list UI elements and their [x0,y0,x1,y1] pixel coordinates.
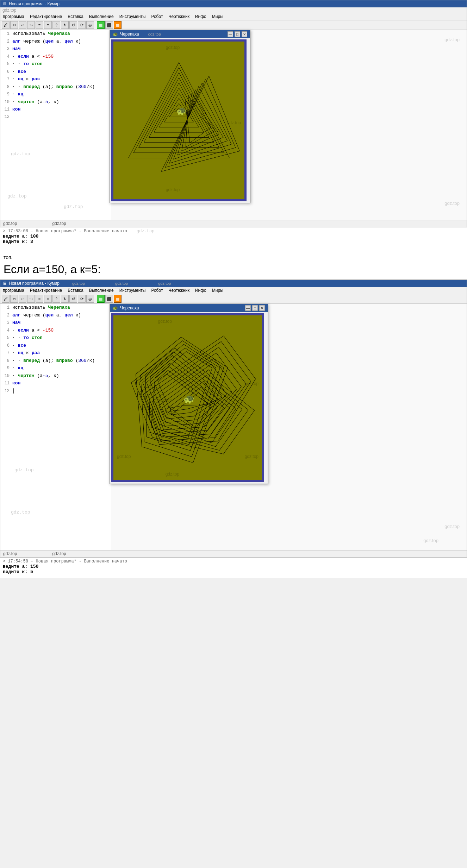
menu-edit-1[interactable]: Редактирование [29,14,63,19]
console-line-1: > 17:53:08 - Новая программа* - Выполнен… [3,229,464,234]
code-line-5: 5 · · то стоп [0,60,111,68]
toolbar-redo-1[interactable]: ↪ [27,21,35,29]
toolbar-b7[interactable]: ◎ [86,21,94,29]
svg-marker-41 [122,339,241,458]
toolbar-b72[interactable]: ◎ [86,295,94,303]
menu-robot-2[interactable]: Робот [150,288,164,293]
toolbar-cut-2[interactable]: ✂ [10,295,18,303]
code-line-1: 1 использовать Черепаха [0,30,111,38]
toolbar-b32[interactable]: ⇧ [52,295,60,303]
toolbar-new-2[interactable]: 🖊 [2,295,10,303]
svg-text:🐢: 🐢 [176,106,187,116]
menu-worlds-2[interactable]: Миры [211,288,224,293]
ide-titlebar-2: 🖥 Новая программа - Кумир gdz.top gdz.to… [0,280,467,287]
ide-menubar-1[interactable]: программа Редактирование Вставка Выполне… [0,13,467,20]
turtle-canvas-2: 🐢 gdz.top gdz.top gdz.top gdz.top gdz.to… [111,313,264,482]
svg-text:🐢: 🐢 [183,394,195,404]
toolbar-new-1[interactable]: 🖊 [2,21,10,29]
svg-marker-17 [185,100,211,143]
toolbar-b12[interactable]: ≡ [36,295,43,303]
toolbar-undo-2[interactable]: ↩ [19,295,26,303]
code-line-4: 4 · если а < -150 [0,53,111,61]
menu-programa-1[interactable]: программа [2,14,25,19]
win-close-1[interactable]: ✕ [242,31,247,37]
console-line-2-1: > 17:54:58 - Новая программа* - Выполнен… [3,559,464,564]
menu-worlds-1[interactable]: Миры [211,14,224,19]
menu-edit-2[interactable]: Редактирование [29,288,63,293]
toolbar-b2[interactable]: ≡ [44,21,52,29]
toolbar-run-2[interactable]: ▦ [97,295,105,303]
menu-run-1[interactable]: Выполнение [88,14,115,19]
code-line-2-4: 4 · если а < -150 [0,327,111,334]
win-minimize-1[interactable]: — [228,31,233,37]
win-maximize-1[interactable]: □ [235,31,240,37]
ide-window-1: 🖥 Новая программа - Кумир gdz.top програ… [0,0,467,227]
code-line-2-5: 5 · · то стоп [0,334,111,342]
menu-insert-1[interactable]: Вставка [67,14,85,19]
toolbar-b22[interactable]: ≡ [44,295,52,303]
svg-marker-30 [120,329,262,480]
toolbar-debug-1[interactable]: ▦ [114,21,122,29]
menu-info-1[interactable]: Инфо [194,14,207,19]
toolbar-b42[interactable]: ↻ [61,295,69,303]
code-line-8: 8 · · вперед (а); вправо (360/к) gdz.top [0,83,111,91]
toolbar-b5[interactable]: ↺ [69,21,77,29]
toolbar-b4[interactable]: ↻ [61,21,69,29]
menu-chart-2[interactable]: Чертежник [167,288,191,293]
code-line-2-9: 9 · кц [0,364,111,372]
toolbar-b1[interactable]: ≡ [36,21,43,29]
menu-info-2[interactable]: Инфо [194,288,207,293]
menu-tools-1[interactable]: Инструменты [118,14,147,19]
ide-window-2: 🖥 Новая программа - Кумир gdz.top gdz.to… [0,279,467,557]
toolbar-undo-1[interactable]: ↩ [19,21,26,29]
toolbar-debug-2[interactable]: ▦ [114,295,122,303]
wm-code-3: gdz.top [64,204,83,209]
win-maximize-2[interactable]: □ [252,305,258,311]
turtle-window-2: 🐢 Черепаха — □ ✕ [110,304,268,484]
code-line-2: 2 алг чертеж (цел а, цел к) [0,38,111,45]
code-line-2-12: 12 │ [0,387,111,395]
ide-body-1: 1 использовать Черепаха 2 алг чертеж (це… [0,30,467,220]
menu-robot-1[interactable]: Робот [150,14,164,19]
code-line-2-2: 2 алг чертеж (цел а, цел к) [0,312,111,319]
toolbar-b3[interactable]: ⇧ [52,21,60,29]
menu-chart-1[interactable]: Чертежник [167,14,191,19]
console-1: > 17:53:08 - Новая программа* - Выполнен… [0,227,467,248]
ide-menubar-2[interactable]: программа Редактирование Вставка Выполне… [0,287,467,294]
code-panel-2: 1 использовать Черепаха 2 алг чертеж (це… [0,304,111,550]
console-line-2-2: ведите а: 150 [3,564,464,569]
toolbar-redo-2[interactable]: ↪ [27,295,35,303]
code-line-2-8: 8 · · вперед (а); вправо (360/к) gdz.top [0,357,111,365]
toolbar-cut-1[interactable]: ✂ [10,21,18,29]
ide-titlebar-1: 🖥 Новая программа - Кумир [0,0,467,7]
menu-insert-2[interactable]: Вставка [67,288,85,293]
section-label-1: топ. [0,252,467,262]
wm-code-1: gdz.top [7,194,27,199]
win-close-2[interactable]: ✕ [259,305,265,311]
ide-title-icon-2: 🖥 [2,281,7,286]
menu-run-2[interactable]: Выполнение [88,288,115,293]
turtle-title-2: Черепаха [120,306,139,310]
toolbar-stop-1[interactable]: ⬛ [105,21,113,29]
win-minimize-2[interactable]: — [245,305,251,311]
menu-programa-2[interactable]: программа [2,288,25,293]
toolbar-b6[interactable]: ⟳ [78,21,86,29]
ide-title-text-2: Новая программа - Кумир [9,281,60,286]
console-2: > 17:54:58 - Новая программа* - Выполнен… [0,557,467,578]
page: 🖥 Новая программа - Кумир gdz.top програ… [0,0,467,578]
ide-title-icon-1: 🖥 [2,1,7,6]
svg-marker-13 [174,86,228,159]
code-line-10: 10 · чертеж (а-5, к) [0,98,111,106]
turtle-canvas-1: 🐢 gdz.top gdz.top gdz.top [111,39,247,201]
turtle-title-icon-1: 🐢 [113,32,118,37]
code-panel-1: 1 использовать Черепаха 2 алг чертеж (це… [0,30,111,220]
section-1: 🖥 Новая программа - Кумир gdz.top програ… [0,0,467,252]
code-line-7: 7 · нц к раз [0,75,111,83]
ide-toolbar-1: 🖊 ✂ ↩ ↪ ≡ ≡ ⇧ ↻ ↺ ⟳ ◎ ▦ ⬛ ▦ [0,20,467,30]
toolbar-b62[interactable]: ⟳ [78,295,86,303]
menu-tools-2[interactable]: Инструменты [118,288,147,293]
toolbar-run-1[interactable]: ▦ [97,21,105,29]
code-line-2-6: 6 · все [0,342,111,350]
toolbar-stop-2[interactable]: ⬛ [105,295,113,303]
toolbar-b52[interactable]: ↺ [69,295,77,303]
